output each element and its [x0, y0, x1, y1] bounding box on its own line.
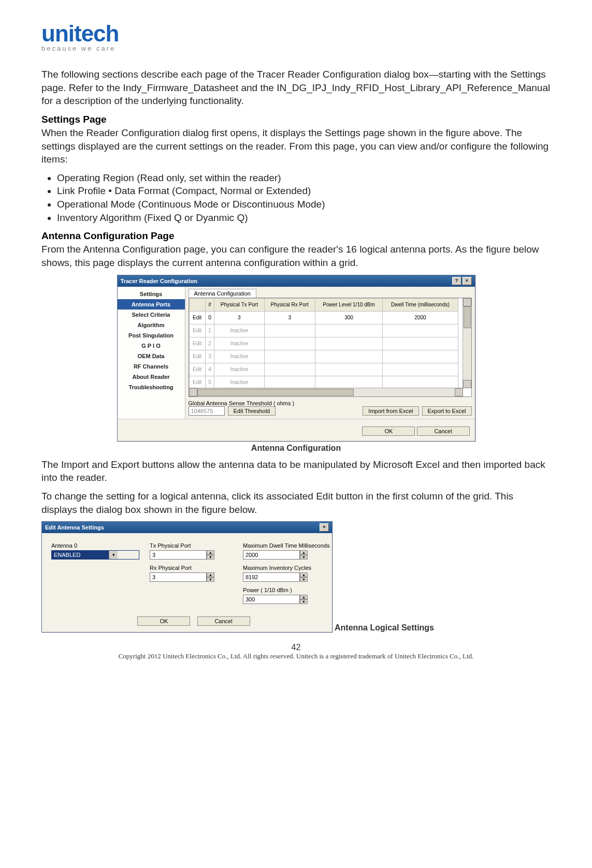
spin-up-icon[interactable]: ▲: [207, 572, 214, 577]
sidebar-item-settings[interactable]: Settings: [118, 289, 185, 299]
spin-down-icon[interactable]: ▼: [207, 577, 214, 582]
spin-up-icon[interactable]: ▲: [300, 572, 308, 577]
col-edit: [189, 298, 205, 311]
tx-cell: Inactive: [214, 376, 265, 389]
scroll-up-arrow[interactable]: [463, 298, 471, 306]
antenna-after-para-1: The Import and Export buttons allow the …: [41, 458, 551, 484]
rx-port-value[interactable]: 3: [150, 572, 207, 582]
close-button[interactable]: ×: [463, 277, 472, 285]
cycles-value[interactable]: 8192: [243, 572, 300, 582]
col-number: #: [205, 298, 214, 311]
spin-up-icon[interactable]: ▲: [300, 595, 308, 599]
import-from-excel-button[interactable]: Import from Excel: [363, 406, 418, 416]
close-button[interactable]: ×: [320, 523, 329, 532]
dwell-cell: 2000: [383, 311, 458, 324]
chevron-down-icon[interactable]: ▾: [109, 551, 118, 559]
cancel-button[interactable]: Cancel: [417, 426, 470, 436]
rx-port-spinner[interactable]: 3 ▲▼: [150, 572, 233, 582]
rx-cell: [264, 376, 315, 389]
dwell-time-value[interactable]: 2000: [243, 550, 300, 560]
tx-port-value[interactable]: 3: [150, 550, 207, 560]
power-cell: [315, 363, 383, 376]
tx-cell: Inactive: [214, 350, 265, 363]
power-cell: [315, 350, 383, 363]
scroll-thumb[interactable]: [197, 389, 354, 396]
scroll-left-arrow[interactable]: [189, 388, 197, 396]
rx-cell: [264, 324, 315, 337]
sidebar-item-about-reader[interactable]: About Reader: [118, 372, 185, 382]
ok-button[interactable]: OK: [362, 426, 415, 436]
number-cell: 1: [205, 324, 214, 337]
horizontal-scrollbar[interactable]: [189, 388, 463, 396]
edit-threshold-button[interactable]: Edit Threshold: [228, 406, 276, 416]
tx-port-spinner[interactable]: 3 ▲▼: [150, 550, 233, 560]
scroll-down-arrow[interactable]: [463, 380, 471, 388]
dwell-cell: [383, 376, 458, 389]
dialog-title: Edit Antenna Settings: [45, 524, 104, 531]
tx-cell: Inactive: [214, 337, 265, 350]
col-power: Power Level 1/10 dBm: [315, 298, 383, 311]
table-row: Edit1Inactive: [189, 324, 458, 337]
col-rx: Physical Rx Port: [264, 298, 315, 311]
scroll-right-arrow[interactable]: [455, 388, 463, 396]
sidebar-item-algorithm[interactable]: Algorithm: [118, 320, 185, 330]
antenna-heading: Antenna Configuration Page: [41, 230, 551, 242]
power-value[interactable]: 300: [243, 595, 300, 604]
help-button[interactable]: ?: [452, 277, 461, 285]
dwell-cell: [383, 337, 458, 350]
sidebar-item-rf-channels[interactable]: RF Channels: [118, 361, 185, 372]
threshold-label: Global Antenna Sense Threshold ( ohms ): [189, 400, 472, 406]
edit-cell-button[interactable]: Edit: [189, 350, 205, 363]
spin-down-icon[interactable]: ▼: [300, 555, 308, 560]
enabled-combo[interactable]: ENABLED ▾: [51, 550, 139, 560]
spin-down-icon[interactable]: ▼: [300, 599, 308, 604]
settings-bullets: Operating Region (Read only, set within …: [41, 171, 551, 225]
dialog-titlebar: Edit Antenna Settings ×: [42, 522, 332, 533]
antenna-grid: # Physical Tx Port Physical Rx Port Powe…: [189, 298, 458, 397]
intro-paragraph: The following sections describe each pag…: [41, 68, 551, 108]
edit-cell-button[interactable]: Edit: [189, 376, 205, 389]
scroll-thumb[interactable]: [464, 306, 471, 328]
logo: unitech because we care: [41, 21, 551, 52]
number-cell: 2: [205, 337, 214, 350]
dialog-title: Tracer Reader Configuration: [121, 278, 198, 284]
ok-button[interactable]: OK: [137, 616, 190, 626]
sidebar-item-post-singulation[interactable]: Post Singulation: [118, 330, 185, 341]
export-to-excel-button[interactable]: Export to Excel: [422, 406, 472, 416]
sidebar-item-gpio[interactable]: G P I O: [118, 341, 185, 351]
edit-cell-button[interactable]: Edit: [189, 311, 205, 324]
edit-cell-button[interactable]: Edit: [189, 324, 205, 337]
tab-antenna-configuration[interactable]: Antenna Configuration: [189, 289, 256, 298]
sidebar-item-troubleshooting[interactable]: Troubleshooting: [118, 382, 185, 392]
bullet-item: Operational Mode (Continuous Mode or Dis…: [57, 198, 551, 211]
number-cell: 4: [205, 363, 214, 376]
spin-up-icon[interactable]: ▲: [207, 550, 214, 555]
tx-cell: Inactive: [214, 324, 265, 337]
table-row: Edit4Inactive: [189, 363, 458, 376]
sidebar-item-antenna-ports[interactable]: Antenna Ports: [118, 299, 185, 310]
dwell-cell: [383, 324, 458, 337]
edit-cell-button[interactable]: Edit: [189, 337, 205, 350]
tracer-reader-config-dialog: Tracer Reader Configuration ? × Settings…: [117, 275, 475, 442]
dwell-time-spinner[interactable]: 2000 ▲▼: [243, 550, 336, 560]
cycles-label: Maximum Inventory Cycles: [243, 565, 336, 571]
spin-down-icon[interactable]: ▼: [300, 577, 308, 582]
antenna-grid-wrap: # Physical Tx Port Physical Rx Port Powe…: [189, 298, 472, 397]
vertical-scrollbar[interactable]: [463, 298, 471, 388]
power-cell: [315, 337, 383, 350]
number-cell: 5: [205, 376, 214, 389]
bullet-item: Inventory Algorithm (Fixed Q or Dyanmic …: [57, 211, 551, 225]
threshold-value: 1048575: [189, 406, 225, 416]
sidebar-item-oem-data[interactable]: OEM Data: [118, 351, 185, 361]
dwell-cell: [383, 363, 458, 376]
sidebar-item-select-criteria[interactable]: Select Criteria: [118, 310, 185, 320]
spin-up-icon[interactable]: ▲: [300, 550, 308, 555]
number-cell: 3: [205, 350, 214, 363]
cycles-spinner[interactable]: 8192 ▲▼: [243, 572, 336, 582]
spin-down-icon[interactable]: ▼: [207, 555, 214, 560]
cancel-button[interactable]: Cancel: [197, 616, 250, 626]
edit-cell-button[interactable]: Edit: [189, 363, 205, 376]
col-tx: Physical Tx Port: [214, 298, 265, 311]
power-spinner[interactable]: 300 ▲▼: [243, 595, 336, 604]
rx-cell: 3: [264, 311, 315, 324]
